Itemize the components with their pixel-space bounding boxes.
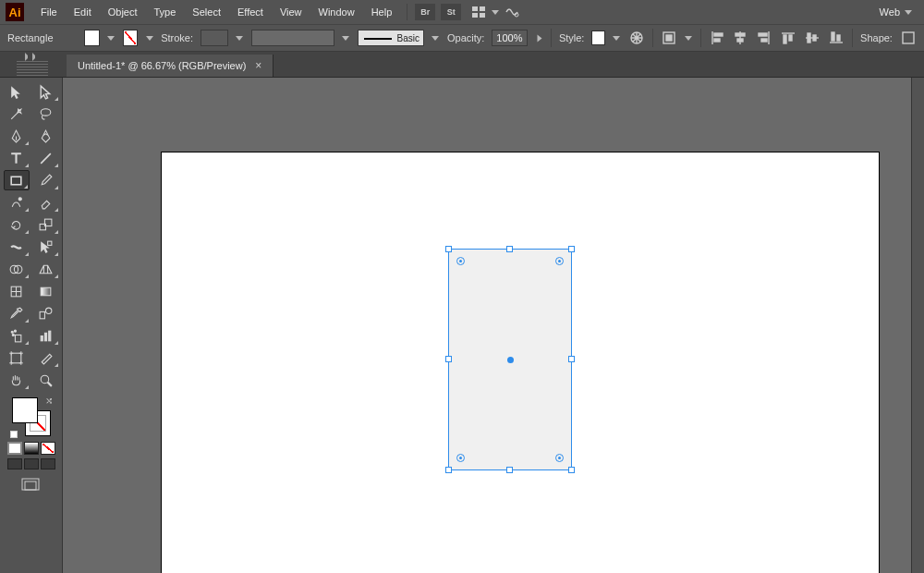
- eraser-tool[interactable]: [33, 192, 59, 213]
- resize-handle-se[interactable]: [568, 467, 575, 473]
- artboard[interactable]: [161, 152, 880, 573]
- swap-fill-stroke-icon[interactable]: ⤭: [45, 396, 53, 406]
- direct-selection-tool[interactable]: [33, 81, 59, 102]
- lasso-tool[interactable]: [33, 104, 59, 124]
- resize-handle-nw[interactable]: [445, 246, 452, 252]
- shape-builder-tool[interactable]: [4, 259, 30, 279]
- blend-tool[interactable]: [33, 303, 59, 323]
- graphic-style-swatch[interactable]: [591, 30, 605, 45]
- color-mode-gradient[interactable]: [24, 442, 39, 455]
- style-dropdown[interactable]: [613, 30, 621, 45]
- resize-handle-n[interactable]: [506, 246, 513, 252]
- draw-inside-icon[interactable]: [41, 458, 55, 469]
- line-segment-tool[interactable]: [33, 148, 59, 168]
- align-right-icon[interactable]: [756, 29, 772, 47]
- perspective-grid-tool[interactable]: [33, 259, 59, 279]
- vw-dropdown[interactable]: [342, 30, 350, 45]
- resize-handle-w[interactable]: [445, 356, 452, 362]
- variable-width-profile[interactable]: [251, 30, 334, 46]
- hand-tool[interactable]: [4, 370, 30, 390]
- curvature-tool[interactable]: [33, 126, 59, 146]
- color-mode-solid[interactable]: [7, 442, 22, 455]
- align-center-h-icon[interactable]: [732, 29, 748, 47]
- align-bottom-icon[interactable]: [828, 29, 845, 47]
- fill-dropdown[interactable]: [107, 30, 116, 45]
- default-fill-stroke-icon[interactable]: [10, 431, 18, 438]
- menu-view[interactable]: View: [273, 3, 310, 21]
- document-tab[interactable]: Untitled-1* @ 66.67% (RGB/Preview) ×: [67, 55, 274, 77]
- canvas[interactable]: [63, 78, 911, 573]
- workspace-switcher[interactable]: Web: [874, 1, 918, 23]
- arrange-dropdown[interactable]: [491, 5, 500, 19]
- fill-swatch[interactable]: [84, 30, 99, 46]
- fill-stroke-control[interactable]: ⤭: [12, 397, 51, 436]
- eyedropper-tool[interactable]: [4, 303, 30, 323]
- width-tool[interactable]: [4, 237, 30, 257]
- corner-widget-nw[interactable]: [456, 257, 465, 265]
- resize-handle-e[interactable]: [568, 356, 575, 362]
- menu-help[interactable]: Help: [364, 3, 400, 21]
- magic-wand-tool[interactable]: [4, 104, 30, 124]
- symbol-sprayer-tool[interactable]: [4, 325, 30, 346]
- screen-mode-button[interactable]: [18, 475, 44, 495]
- draw-behind-icon[interactable]: [24, 458, 39, 469]
- menu-edit[interactable]: Edit: [67, 3, 99, 21]
- arrange-documents-icon[interactable]: [468, 4, 489, 20]
- close-icon[interactable]: ×: [255, 59, 261, 72]
- free-transform-tool[interactable]: [33, 237, 59, 257]
- align-center-v-icon[interactable]: [804, 29, 821, 47]
- fill-indicator[interactable]: [12, 397, 38, 423]
- brush-dropdown[interactable]: [432, 30, 440, 45]
- opacity-field[interactable]: 100%: [492, 30, 528, 46]
- panel-collapse-toggle[interactable]: [0, 52, 63, 61]
- gradient-tool[interactable]: [33, 281, 59, 301]
- selection-tool[interactable]: [4, 81, 30, 102]
- gpu-icon[interactable]: [502, 4, 522, 20]
- opacity-arrow-icon[interactable]: [532, 34, 547, 43]
- menu-window[interactable]: Window: [311, 3, 362, 21]
- resize-handle-sw[interactable]: [445, 467, 452, 473]
- recolor-artwork-icon[interactable]: [628, 29, 645, 47]
- selected-rectangle[interactable]: [448, 249, 572, 470]
- right-panel-collapsed[interactable]: [911, 78, 924, 573]
- resize-handle-ne[interactable]: [568, 246, 575, 252]
- menu-type[interactable]: Type: [147, 3, 184, 21]
- menu-effect[interactable]: Effect: [230, 3, 271, 21]
- corner-widget-ne[interactable]: [555, 257, 564, 265]
- paintbrush-tool[interactable]: [33, 170, 59, 190]
- align-to-icon[interactable]: [661, 29, 677, 47]
- zoom-tool[interactable]: [33, 370, 59, 390]
- menu-file[interactable]: File: [33, 3, 65, 21]
- center-point[interactable]: [507, 357, 514, 363]
- corner-widget-se[interactable]: [555, 454, 564, 462]
- shape-link-icon[interactable]: [900, 29, 917, 47]
- corner-widget-sw[interactable]: [456, 454, 465, 462]
- stock-icon[interactable]: St: [441, 4, 461, 20]
- bridge-icon[interactable]: Br: [415, 4, 435, 20]
- pen-tool[interactable]: [4, 126, 30, 146]
- panel-grip[interactable]: [17, 61, 48, 76]
- color-mode-none[interactable]: [41, 442, 55, 455]
- align-to-dropdown[interactable]: [685, 30, 693, 45]
- scale-tool[interactable]: [33, 214, 59, 235]
- menu-object[interactable]: Object: [101, 3, 145, 21]
- type-tool[interactable]: [4, 148, 30, 168]
- stroke-weight-field[interactable]: [201, 30, 228, 46]
- draw-normal-icon[interactable]: [7, 458, 22, 469]
- rotate-tool[interactable]: [4, 214, 30, 235]
- stroke-weight-dropdown[interactable]: [236, 30, 244, 45]
- shaper-tool[interactable]: [4, 192, 30, 213]
- rectangle-tool[interactable]: [4, 170, 30, 190]
- document-tab-title: Untitled-1* @ 66.67% (RGB/Preview): [78, 60, 246, 71]
- stroke-swatch[interactable]: [123, 30, 138, 46]
- brush-definition[interactable]: Basic: [358, 30, 424, 46]
- stroke-dropdown[interactable]: [145, 30, 153, 45]
- align-left-icon[interactable]: [709, 29, 725, 47]
- column-graph-tool[interactable]: [33, 325, 59, 346]
- slice-tool[interactable]: [33, 347, 59, 368]
- mesh-tool[interactable]: [4, 281, 30, 301]
- align-top-icon[interactable]: [780, 29, 796, 47]
- resize-handle-s[interactable]: [506, 467, 513, 473]
- menu-select[interactable]: Select: [185, 3, 228, 21]
- artboard-tool[interactable]: [4, 347, 30, 368]
